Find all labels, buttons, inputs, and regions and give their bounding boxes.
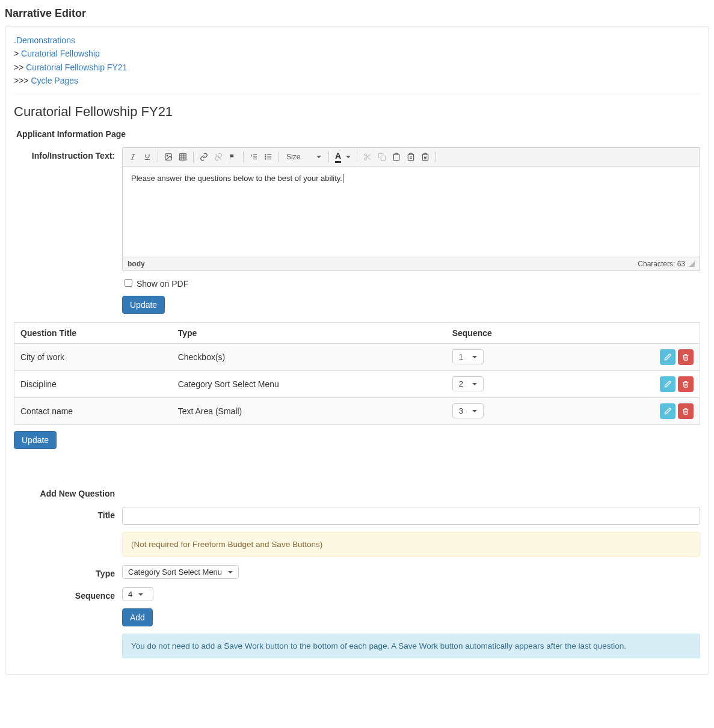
sequence-select[interactable]: 2	[452, 376, 484, 391]
svg-rect-31	[424, 153, 427, 154]
breadcrumb-link-cycle-pages[interactable]: Cycle Pages	[31, 76, 78, 85]
cell-sequence: 1	[446, 343, 583, 370]
toolbar-separator	[243, 151, 244, 162]
numbered-list-icon[interactable]	[247, 150, 260, 164]
breadcrumb-link-curatorial-fellowship-fy21[interactable]: Curatorial Fellowship FY21	[26, 63, 127, 72]
questions-table: Question Title Type Sequence City of wor…	[14, 322, 700, 425]
chevron-down-icon	[472, 356, 477, 358]
svg-rect-27	[395, 153, 398, 154]
edit-button[interactable]	[660, 349, 676, 365]
breadcrumb-link-demonstrations[interactable]: Demonstrations	[16, 35, 75, 45]
resize-handle-icon[interactable]	[689, 261, 695, 267]
add-button[interactable]: Add	[122, 608, 153, 626]
editor-path: body	[128, 260, 145, 268]
chevron-down-icon	[228, 571, 233, 574]
font-size-dropdown[interactable]: Size	[283, 153, 325, 161]
sequence-dropdown[interactable]: 4	[122, 587, 153, 601]
chevron-down-icon	[316, 156, 321, 158]
sequence-dropdown-value: 4	[128, 590, 132, 599]
copy-icon	[375, 150, 389, 164]
cell-actions	[583, 397, 700, 424]
show-on-pdf-checkbox[interactable]	[125, 279, 132, 287]
breadcrumb: .Demonstrations > Curatorial Fellowship …	[14, 34, 700, 88]
svg-point-20	[265, 158, 266, 159]
cell-type: Category Sort Select Menu	[172, 370, 446, 397]
col-sequence: Sequence	[446, 322, 583, 343]
cell-question-title: Contact name	[14, 397, 172, 424]
title-hint: (Not required for Freeform Budget and Sa…	[122, 532, 700, 557]
paste-text-icon[interactable]	[404, 150, 417, 164]
sequence-value: 2	[459, 379, 463, 388]
chevron-down-icon	[346, 156, 351, 158]
type-dropdown-value: Category Sort Select Menu	[128, 567, 222, 577]
pencil-icon	[664, 353, 671, 361]
edit-button[interactable]	[660, 403, 676, 419]
title-input[interactable]	[122, 507, 700, 525]
table-row: Contact nameText Area (Small)3	[14, 397, 700, 424]
toolbar-separator	[279, 151, 279, 162]
underline-icon[interactable]	[141, 150, 154, 164]
col-question-title: Question Title	[14, 322, 172, 343]
delete-button[interactable]	[678, 403, 694, 419]
table-row: City of workCheckbox(s)1	[14, 343, 700, 370]
edit-button[interactable]	[660, 376, 676, 392]
update-table-button[interactable]: Update	[14, 431, 57, 449]
table-icon[interactable]	[176, 150, 189, 164]
editor-char-count: Characters: 63	[638, 260, 685, 268]
cell-question-title: City of work	[14, 343, 172, 370]
svg-line-24	[369, 158, 371, 159]
font-size-label: Size	[286, 153, 300, 161]
svg-line-2	[132, 154, 134, 159]
paste-word-icon[interactable]	[419, 150, 432, 164]
link-icon[interactable]	[197, 150, 211, 164]
svg-point-18	[265, 154, 266, 154]
toolbar-separator	[435, 151, 436, 162]
editor-toolbar: Size A	[123, 148, 700, 167]
sequence-select[interactable]: 3	[452, 403, 484, 418]
paste-icon[interactable]	[390, 150, 403, 164]
breadcrumb-prefix-2: >>	[14, 63, 26, 72]
breadcrumb-link-curatorial-fellowship[interactable]: Curatorial Fellowship	[21, 49, 100, 58]
cell-actions	[583, 343, 700, 370]
cell-actions	[583, 370, 700, 397]
svg-point-22	[365, 158, 367, 160]
page-title: Narrative Editor	[5, 7, 709, 20]
unlink-icon	[212, 150, 225, 164]
image-icon[interactable]	[162, 150, 175, 164]
update-button[interactable]: Update	[122, 296, 165, 314]
breadcrumb-prefix-3: >>>	[14, 76, 31, 85]
table-row: DisciplineCategory Sort Select Menu2	[14, 370, 700, 397]
svg-point-19	[265, 156, 266, 157]
anchor-flag-icon[interactable]	[226, 150, 239, 164]
add-new-question-label: Add New Question	[14, 485, 122, 498]
svg-rect-26	[381, 156, 386, 161]
chevron-down-icon	[472, 383, 477, 385]
cell-type: Checkbox(s)	[172, 343, 446, 370]
type-dropdown[interactable]: Category Sort Select Menu	[122, 565, 239, 579]
title-label: Title	[14, 507, 122, 557]
svg-point-5	[167, 155, 168, 156]
cell-sequence: 3	[446, 397, 583, 424]
divider	[14, 94, 700, 94]
show-on-pdf-text: Show on PDF	[137, 279, 188, 289]
sequence-select[interactable]: 1	[452, 349, 484, 364]
bulleted-list-icon[interactable]	[262, 150, 275, 164]
text-color-button[interactable]: A	[333, 151, 353, 163]
svg-point-21	[365, 153, 367, 156]
delete-button[interactable]	[678, 376, 694, 392]
svg-line-25	[366, 155, 368, 156]
svg-rect-6	[180, 153, 186, 160]
toolbar-separator	[357, 151, 357, 162]
show-on-pdf-label[interactable]: Show on PDF	[122, 279, 188, 289]
pencil-icon	[664, 408, 671, 415]
sequence-value: 1	[459, 352, 463, 361]
italic-icon[interactable]	[126, 150, 140, 164]
pencil-icon	[664, 381, 671, 388]
editor-textarea[interactable]: Please answer the questions below to the…	[123, 167, 700, 257]
delete-button[interactable]	[678, 349, 694, 365]
sequence-label: Sequence	[14, 587, 122, 658]
chevron-down-icon	[138, 593, 143, 596]
cell-question-title: Discipline	[14, 370, 172, 397]
type-label: Type	[14, 565, 122, 579]
col-type: Type	[172, 322, 446, 343]
